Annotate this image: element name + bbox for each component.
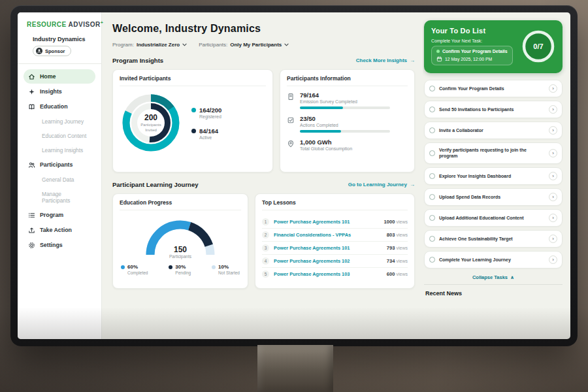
- stat-label: Emission Survey Completed: [300, 99, 390, 104]
- go-to-learning-journey-link[interactable]: Go to Learning Journey →: [348, 182, 415, 188]
- card-title: Participants Information: [287, 75, 408, 86]
- lesson-views: 734: [387, 258, 395, 264]
- task-row-complete-learning-journey[interactable]: Complete Your Learning Journey ›: [424, 251, 563, 269]
- todo-title: Your To Do List: [431, 27, 517, 35]
- task-chevron-button[interactable]: ›: [549, 84, 557, 93]
- task-chevron-button[interactable]: ›: [549, 105, 557, 114]
- brand-logo: RESOURCE ADVISOR+: [24, 20, 95, 28]
- task-row-upload-educational-content[interactable]: Upload Additional Educational Content ›: [424, 209, 563, 227]
- chevron-right-icon: ›: [552, 86, 554, 91]
- task-chevron-button[interactable]: ›: [549, 214, 557, 222]
- sidebar-item-general-data[interactable]: General Data: [24, 172, 95, 186]
- sidebar-item-education-content[interactable]: Education Content: [24, 129, 95, 142]
- lesson-link[interactable]: Power Purchase Agreements 103: [274, 271, 382, 277]
- chevron-right-icon: ›: [552, 194, 554, 200]
- lesson-row: 1 Power Purchase Agreements 101 1000view…: [262, 216, 408, 229]
- task-label: Upload Additional Educational Content: [439, 215, 545, 221]
- task-row-invite-collaborator[interactable]: Invite a Collaborator ›: [424, 122, 563, 139]
- task-row-upload-spend-data[interactable]: Upload Spend Data Records ›: [424, 188, 563, 206]
- lesson-link[interactable]: Power Purchase Agreements 101: [274, 219, 380, 225]
- task-checkbox[interactable]: [429, 86, 435, 91]
- task-chevron-button[interactable]: ›: [549, 172, 557, 180]
- sidebar-item-label: Education: [40, 103, 68, 110]
- program-filter-label: Program:: [112, 42, 134, 48]
- section-title: Program Insights: [112, 57, 163, 64]
- task-checkbox[interactable]: [429, 173, 435, 179]
- task-checkbox[interactable]: [429, 106, 435, 112]
- task-checkbox[interactable]: [429, 150, 435, 156]
- sidebar-item-label: Learning Insights: [42, 147, 83, 154]
- sidebar-item-label: Insights: [40, 88, 62, 95]
- action-upload-icon: [28, 227, 35, 234]
- task-label: Complete Your Learning Journey: [439, 257, 545, 263]
- task-checkbox[interactable]: [429, 215, 435, 221]
- chevron-right-icon: ›: [552, 150, 554, 156]
- sidebar-item-label: Program: [40, 212, 63, 218]
- stat-global-consumption: 1,000 GWh Total Global Consumption: [287, 139, 408, 154]
- lesson-rank: 4: [262, 257, 269, 265]
- task-row-send-invitations[interactable]: Send 50 Invitations to Participants ›: [424, 101, 563, 118]
- legend-item-registered: 164/200 Registered: [191, 106, 221, 119]
- stat-emission-survey: 79/164 Emission Survey Completed: [287, 91, 408, 109]
- task-row-confirm-program[interactable]: Confirm Your Program Details ›: [424, 80, 563, 97]
- lesson-link[interactable]: Power Purchase Agreements 102: [274, 258, 382, 264]
- sidebar-item-learning-insights[interactable]: Learning Insights: [24, 143, 95, 157]
- sidebar: RESOURCE ADVISOR+ Industry Dynamics Spon…: [18, 12, 102, 339]
- participants-information-card: Participants Information 79/164 Emission…: [280, 69, 415, 172]
- next-task-box: Confirm Your Program Details 12 May 2025…: [431, 46, 513, 65]
- lesson-link[interactable]: Power Purchase Agreements 101: [274, 245, 382, 251]
- program-filter[interactable]: Program: Industrialize Zero: [112, 42, 187, 48]
- task-checkbox[interactable]: [429, 257, 435, 263]
- task-label: Verify participants requesting to join t…: [439, 147, 545, 159]
- sidebar-item-program[interactable]: Program: [24, 208, 95, 222]
- lesson-views-suffix: views: [396, 246, 408, 250]
- program-insights-header: Program Insights Check More Insights →: [112, 57, 415, 64]
- stat-label: Actions Completed: [300, 123, 390, 127]
- chevron-right-icon: ›: [552, 173, 554, 179]
- task-checkbox[interactable]: [429, 127, 435, 133]
- legend-label: Active: [199, 135, 218, 140]
- task-chevron-button[interactable]: ›: [549, 149, 557, 157]
- task-row-achieve-target[interactable]: Achieve One Sustainability Target ›: [424, 230, 563, 248]
- chevron-down-icon: [182, 43, 187, 46]
- sidebar-item-insights[interactable]: Insights: [24, 84, 95, 99]
- card-title: Invited Participants: [120, 75, 266, 86]
- legend-item-pending: 30% Pending: [169, 264, 191, 275]
- task-chevron-button[interactable]: ›: [549, 255, 557, 264]
- chevron-up-icon: ∧: [510, 274, 514, 280]
- list-icon: [28, 212, 35, 219]
- sidebar-item-settings[interactable]: Settings: [24, 238, 95, 252]
- collapse-tasks-link[interactable]: Collapse Tasks ∧: [424, 274, 563, 280]
- learning-journey-header: Participant Learning Journey Go to Learn…: [112, 181, 415, 188]
- task-row-explore-insights[interactable]: Explore Your Insights Dashboard ›: [424, 167, 563, 185]
- task-checkbox[interactable]: [429, 194, 435, 200]
- lesson-row: 4 Power Purchase Agreements 102 734views: [262, 255, 408, 268]
- link-label: Check More Insights: [356, 57, 407, 63]
- gauge-center-value: 150: [140, 245, 221, 254]
- participants-filter-label: Participants:: [199, 42, 227, 48]
- task-chevron-button[interactable]: ›: [549, 193, 557, 201]
- sidebar-item-learning-journey[interactable]: Learning Journey: [24, 114, 95, 128]
- sidebar-item-take-action[interactable]: Take Action: [24, 223, 95, 237]
- donut-center-value: 200: [144, 113, 157, 122]
- task-row-verify-participants[interactable]: Verify participants requesting to join t…: [424, 142, 563, 164]
- chevron-right-icon: ›: [552, 236, 554, 242]
- home-icon: [28, 73, 35, 80]
- navy-dot-icon: [191, 129, 196, 133]
- sidebar-item-education[interactable]: Education: [24, 99, 95, 114]
- participants-filter[interactable]: Participants: Only My Participants: [199, 42, 289, 48]
- gear-icon: [28, 242, 35, 249]
- lesson-link[interactable]: Financial Considerations - VPPAs: [274, 232, 382, 238]
- sidebar-item-label: Participants: [40, 161, 73, 168]
- sparkle-icon: [28, 88, 35, 95]
- task-chevron-button[interactable]: ›: [549, 126, 557, 135]
- sidebar-item-label: Home: [40, 73, 56, 80]
- sidebar-item-manage-participants[interactable]: Manage Participants: [24, 187, 95, 207]
- todo-subtitle: Complete Your Next Task:: [431, 39, 517, 43]
- next-task-label: Confirm Your Program Details: [442, 49, 508, 54]
- sidebar-item-home[interactable]: Home: [24, 69, 95, 84]
- sidebar-item-participants[interactable]: Participants: [24, 157, 95, 172]
- task-chevron-button[interactable]: ›: [549, 235, 557, 243]
- task-checkbox[interactable]: [429, 236, 435, 242]
- check-more-insights-link[interactable]: Check More Insights →: [356, 57, 415, 63]
